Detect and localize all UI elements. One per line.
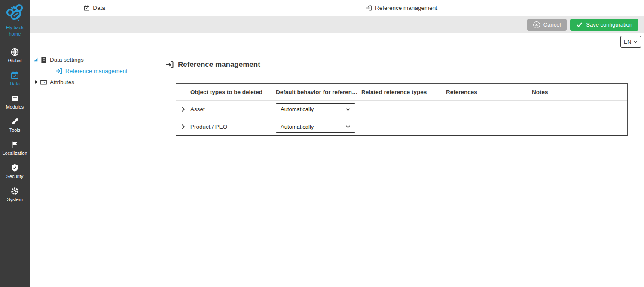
cell-object-type: Asset xyxy=(190,106,276,112)
expander-closed-icon xyxy=(34,79,39,85)
tree-connector xyxy=(36,71,53,71)
sidebar-item-system[interactable]: System xyxy=(0,186,30,209)
sidebar-item-label: Localization xyxy=(2,151,27,156)
pencil-icon xyxy=(10,117,19,126)
tab-data-label: Data xyxy=(93,5,105,11)
app-area: Data Reference management Cancel Save co… xyxy=(30,0,644,287)
reference-table: Object types to be deleted Default behav… xyxy=(176,83,628,136)
enter-arrow-icon xyxy=(55,67,63,75)
check-icon xyxy=(576,21,583,28)
archive-box-icon xyxy=(10,94,19,103)
tree-item-attributes[interactable]: 12 Attributes xyxy=(30,76,159,88)
table-header-row: Object types to be deleted Default behav… xyxy=(176,84,627,101)
row-expand-button[interactable] xyxy=(176,106,190,112)
sidebar-item-label: Global xyxy=(8,58,22,63)
expander-open-icon xyxy=(33,57,38,62)
column-header-related-reference-types: Related reference types xyxy=(361,89,446,95)
action-toolbar: Cancel Save configuration xyxy=(30,16,644,33)
column-header-default-behavior: Default behavior for referen… xyxy=(276,89,361,95)
tree-item-label: Reference management xyxy=(65,68,128,74)
enter-arrow-icon xyxy=(165,60,174,69)
sidebar-item-global[interactable]: Global xyxy=(0,47,30,70)
calendar-edit-icon xyxy=(83,5,90,11)
tree-connector xyxy=(36,63,36,82)
top-tab-bar: Data Reference management xyxy=(30,0,644,16)
page-title: Reference management xyxy=(178,60,260,69)
globe-icon xyxy=(10,48,19,57)
language-bar: EN xyxy=(30,33,644,49)
save-configuration-button[interactable]: Save configuration xyxy=(570,19,638,31)
sidebar-nav: Global Data Modules Tools xyxy=(0,47,30,209)
tree-item-data-settings[interactable]: Data settings xyxy=(30,54,159,65)
column-header-object-types: Object types to be deleted xyxy=(190,89,276,95)
document-icon xyxy=(40,56,47,63)
table-row-asset: Asset Automatically xyxy=(176,101,627,118)
bee-icon xyxy=(5,3,25,23)
sidebar-item-tools[interactable]: Tools xyxy=(0,116,30,139)
tab-reference-management-label: Reference management xyxy=(375,5,437,11)
sidebar-item-data[interactable]: Data xyxy=(0,70,30,93)
calendar-edit-icon xyxy=(10,71,19,80)
column-header-references: References xyxy=(446,89,532,95)
sidebar-item-label: Security xyxy=(6,174,24,179)
table-row-product-peo: Product / PEO Automatically xyxy=(176,118,627,135)
chevron-right-icon xyxy=(180,106,186,112)
chevron-down-icon xyxy=(633,40,638,44)
sidebar-item-label: Data xyxy=(10,81,20,86)
sidebar-item-label: Modules xyxy=(6,104,24,109)
cancel-button-label: Cancel xyxy=(543,21,561,28)
save-configuration-button-label: Save configuration xyxy=(586,21,632,28)
sidebar-item-label: Tools xyxy=(9,127,21,133)
flag-icon xyxy=(10,140,19,149)
home-logo-label: Fly back home xyxy=(3,24,27,37)
tree-item-label: Data settings xyxy=(50,57,84,63)
language-select[interactable]: EN xyxy=(620,36,641,48)
language-select-value: EN xyxy=(624,39,631,45)
page-title-block: Reference management xyxy=(165,60,644,69)
chevron-right-icon xyxy=(180,124,186,130)
sidebar: Fly back home Global Data Modules xyxy=(0,0,30,287)
settings-tree: Data settings Reference management 12 At… xyxy=(30,49,159,287)
attribute-12-icon: 12 xyxy=(40,79,47,86)
sidebar-item-modules[interactable]: Modules xyxy=(0,93,30,116)
sidebar-item-label: System xyxy=(7,197,23,202)
row-expand-button[interactable] xyxy=(176,124,190,130)
svg-text:12: 12 xyxy=(42,81,45,83)
enter-arrow-icon xyxy=(366,5,372,11)
tab-reference-management[interactable]: Reference management xyxy=(159,0,644,16)
cancel-button[interactable]: Cancel xyxy=(527,19,567,31)
cell-object-type: Product / PEO xyxy=(190,124,276,130)
default-behavior-select[interactable]: Automatically xyxy=(276,121,355,133)
default-behavior-select[interactable]: Automatically xyxy=(276,103,355,115)
tree-item-label: Attributes xyxy=(50,79,74,85)
circle-x-icon xyxy=(533,21,540,28)
chevron-down-icon xyxy=(345,124,351,129)
shield-check-icon xyxy=(10,163,19,172)
tab-data[interactable]: Data xyxy=(30,0,159,16)
home-logo[interactable]: Fly back home xyxy=(3,3,27,37)
gear-icon xyxy=(10,187,19,196)
select-value: Automatically xyxy=(281,106,314,112)
sidebar-item-security[interactable]: Security xyxy=(0,163,30,186)
column-header-notes: Notes xyxy=(532,89,627,95)
sidebar-item-localization[interactable]: Localization xyxy=(0,139,30,163)
main-panel: Reference management Object types to be … xyxy=(159,49,644,287)
chevron-down-icon xyxy=(345,107,351,112)
content-area: Data settings Reference management 12 At… xyxy=(30,49,644,287)
select-value: Automatically xyxy=(281,124,314,130)
